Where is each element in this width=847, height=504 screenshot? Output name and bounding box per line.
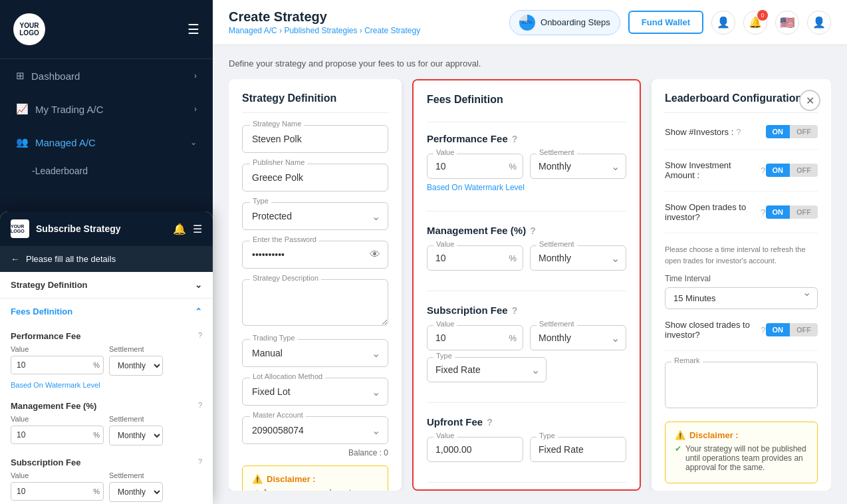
lot-allocation-select[interactable]: Fixed LotProportional — [242, 378, 388, 406]
hamburger-icon[interactable]: ☰ — [187, 21, 199, 37]
mini-perf-settlement-wrap: Settlement MonthlyWeeklyDaily — [109, 345, 202, 376]
main-content: Create Strategy Managed A/C › Published … — [213, 0, 847, 504]
menu-icon[interactable]: ☰ — [193, 223, 202, 235]
mini-mgmt-settlement-select[interactable]: MonthlyWeekly — [109, 426, 163, 445]
mini-mgmt-value-input[interactable] — [11, 426, 104, 444]
leaderboard-config-card: Leaderboard Configuration Show #Investor… — [652, 79, 831, 491]
fill-details-bar: ← Please fill all the details — [0, 246, 213, 272]
investors-help-icon[interactable]: ? — [736, 127, 741, 137]
time-interval-wrap: Time Interval 15 Minutes 5 Minutes 10 Mi… — [665, 274, 818, 309]
chevron-up-icon: ⌃ — [195, 307, 202, 316]
remark-field: Remark — [665, 362, 818, 411]
closed-trades-toggle-off[interactable]: OFF — [790, 323, 818, 336]
description-label: Strategy Description — [250, 274, 321, 282]
perf-value-field: Value 10 % — [427, 154, 523, 179]
perf-fee-help-icon[interactable]: ? — [512, 134, 518, 144]
type-field: Type ProtectedPublic ⌄ — [242, 202, 388, 230]
progress-circle: 80% — [519, 15, 535, 31]
check-icon: ✔ — [252, 488, 259, 491]
fees-card-title: Fees Definition — [427, 94, 626, 114]
mini-perf-value-input[interactable] — [11, 356, 104, 374]
balance-display: Balance : 0 — [242, 448, 388, 457]
publisher-name-field: Publisher Name Greece Polk — [242, 164, 388, 191]
close-button[interactable]: ✕ — [799, 90, 820, 111]
sub-fee-help-icon[interactable]: ? — [512, 305, 518, 316]
chevron-down-icon: ⌄ — [190, 138, 197, 147]
upfront-value-input[interactable]: 1,000.00 — [427, 437, 523, 462]
breadcrumb-managed[interactable]: Managed A/C — [229, 26, 277, 35]
strategy-name-field: Strategy Name Steven Polk — [242, 125, 388, 153]
sub-settlement-select[interactable]: Monthly — [530, 325, 626, 350]
mini-sub-value-input[interactable] — [11, 482, 104, 501]
investment-help-icon[interactable]: ? — [761, 166, 765, 176]
strategy-name-input[interactable]: Steven Polk — [242, 125, 388, 153]
flag-button[interactable]: 🇺🇸 — [775, 11, 799, 35]
mgmt-fee-help-icon[interactable]: ? — [530, 225, 536, 236]
master-account-select[interactable]: 2090058074 — [242, 416, 388, 444]
mini-perf-settlement-select[interactable]: MonthlyWeeklyDaily — [109, 356, 163, 376]
sidebar-logo-area: YOUR LOGO ☰ — [0, 0, 213, 59]
management-fee-section: Management Fee (%) ? Value 10 % Settleme… — [427, 225, 626, 291]
perf-settlement-select[interactable]: MonthlyWeekly — [530, 154, 626, 179]
time-interval-select[interactable]: 15 Minutes 5 Minutes 10 Minutes 30 Minut… — [665, 287, 818, 309]
dashboard-icon: ⊞ — [16, 70, 25, 82]
flag-icon: 🇺🇸 — [780, 15, 794, 30]
perf-fee-q-icon[interactable]: ? — [198, 331, 202, 339]
remark-textarea[interactable] — [665, 362, 818, 408]
logo: YOUR LOGO — [13, 13, 45, 45]
mini-performance-fee: Performance Fee ? Value % Settlement — [11, 324, 202, 389]
mgmt-settlement-select[interactable]: MonthlyWeekly — [530, 245, 626, 271]
upfront-fee-help-icon[interactable]: ? — [487, 417, 493, 428]
notification-button[interactable]: 🔔 0 — [743, 11, 767, 35]
mgmt-fee-q-icon[interactable]: ? — [198, 401, 202, 409]
publisher-name-input[interactable]: Greece Polk — [242, 164, 388, 191]
eye-icon[interactable]: 👁 — [370, 249, 380, 261]
password-label: Enter the Password — [250, 235, 319, 243]
based-on-watermark-label: Based On Watermark Level — [427, 183, 626, 192]
closed-trades-help-icon[interactable]: ? — [761, 325, 765, 335]
open-trades-help-icon[interactable]: ? — [761, 207, 765, 217]
master-account-label: Master Account — [250, 411, 306, 419]
sub-value-field: Value 10 % — [427, 325, 523, 350]
closed-trades-toggle-on[interactable]: ON — [766, 323, 790, 336]
pct-symbol: % — [93, 361, 100, 369]
open-trades-notice: Please choose a time interval to refresh… — [665, 244, 818, 266]
accordion-header-fees[interactable]: Fees Definition ⌃ — [0, 299, 213, 324]
strategy-name-label: Strategy Name — [250, 120, 304, 128]
three-column-layout: Strategy Definition Strategy Name Steven… — [229, 79, 831, 491]
subscription-fee-title: Subscription Fee ? — [427, 305, 626, 316]
accordion-header-strategy[interactable]: Strategy Definition ⌄ — [0, 272, 213, 298]
avatar-button[interactable]: 👤 — [807, 11, 831, 35]
investment-toggle-off[interactable]: OFF — [790, 164, 818, 177]
user-icon-button[interactable]: 👤 — [711, 11, 735, 35]
open-trades-toggle-on[interactable]: ON — [766, 205, 790, 219]
investment-toggle-on[interactable]: ON — [766, 164, 790, 177]
open-trades-toggle-off[interactable]: OFF — [790, 205, 818, 219]
investors-toggle-on[interactable]: ON — [766, 125, 790, 138]
page-title: Create Strategy — [229, 9, 420, 25]
sub-fee-q-icon[interactable]: ? — [198, 457, 202, 465]
sidebar-item-trading[interactable]: 📈 My Trading A/C › — [0, 92, 213, 126]
description-textarea[interactable] — [242, 279, 388, 326]
trading-type-select[interactable]: ManualAuto — [242, 339, 388, 367]
investors-toggle: ON OFF — [766, 125, 818, 138]
pct-symbol: % — [93, 487, 100, 495]
type-select[interactable]: ProtectedPublic — [242, 202, 388, 230]
sidebar-item-dashboard[interactable]: ⊞ Dashboard › — [0, 59, 213, 92]
fund-wallet-button[interactable]: Fund Wallet — [628, 11, 703, 34]
upfront-type-input[interactable]: Fixed Rate — [530, 437, 626, 462]
sidebar-sub-leaderboard[interactable]: -Leaderboard — [0, 159, 213, 183]
page-title-area: Create Strategy Managed A/C › Published … — [229, 9, 420, 35]
breadcrumb-published[interactable]: Published Strategies — [284, 26, 357, 35]
bell-icon[interactable]: 🔔 — [173, 223, 186, 235]
investors-toggle-off[interactable]: OFF — [790, 125, 818, 138]
warning-icon: ⚠️ — [675, 430, 685, 440]
trading-type-field: Trading Type ManualAuto ⌄ — [242, 339, 388, 367]
pct-symbol: % — [509, 253, 517, 263]
mini-sub-settlement-select[interactable]: Monthly — [109, 482, 163, 502]
sub-type-select[interactable]: Fixed RatePercentage — [427, 357, 546, 382]
back-arrow-icon[interactable]: ← — [11, 254, 19, 264]
sidebar-item-managed[interactable]: 👥 Managed A/C ⌄ — [0, 126, 213, 159]
password-input[interactable]: Greece@134 — [242, 241, 388, 269]
accordion-fees-definition: Fees Definition ⌃ Performance Fee ? Valu… — [0, 299, 213, 504]
